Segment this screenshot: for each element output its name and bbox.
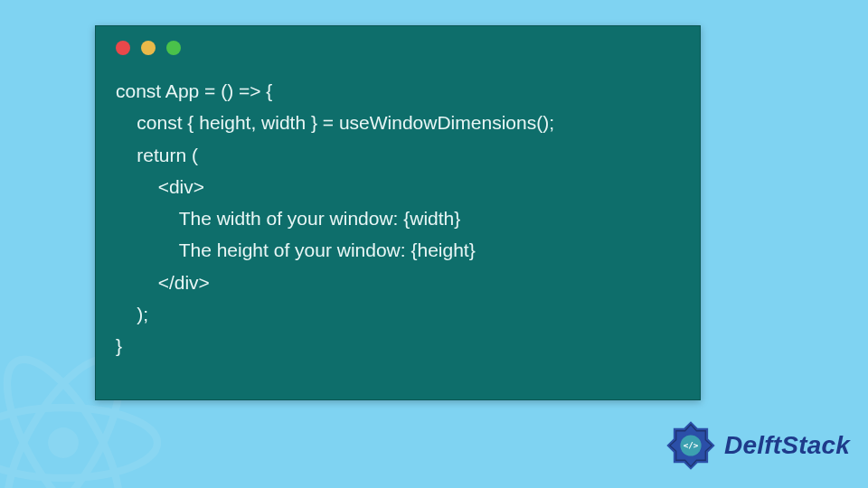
close-icon <box>116 41 130 55</box>
brand-name: DelftStack <box>724 431 850 460</box>
code-block: const App = () => { const { height, widt… <box>96 55 700 361</box>
minimize-icon <box>141 41 156 55</box>
window-traffic-lights <box>96 26 700 55</box>
maximize-icon <box>166 41 181 55</box>
svg-point-3 <box>48 427 79 458</box>
delftstack-logo-icon: </> <box>665 419 717 472</box>
brand-badge: </> DelftStack <box>665 419 850 472</box>
code-window: const App = () => { const { height, widt… <box>95 25 701 400</box>
svg-text:</>: </> <box>684 440 699 450</box>
